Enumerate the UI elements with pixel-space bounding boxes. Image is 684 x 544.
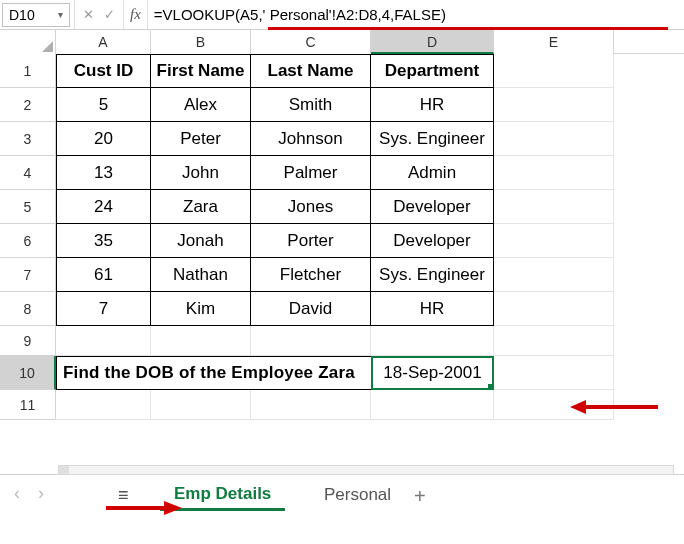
cell-D2[interactable]: HR xyxy=(371,88,494,122)
cell-A1[interactable]: Cust ID xyxy=(56,54,151,88)
cell-B9[interactable] xyxy=(151,326,251,356)
row-header-9[interactable]: 9 xyxy=(0,326,56,356)
svg-marker-1 xyxy=(570,400,586,414)
cell-C6[interactable]: Porter xyxy=(251,224,371,258)
cancel-icon[interactable]: ✕ xyxy=(83,7,94,22)
row-header-11[interactable]: 11 xyxy=(0,390,56,420)
row-3: 3 20 Peter Johnson Sys. Engineer xyxy=(0,122,684,156)
row-10: 10 Find the DOB of the Employee Zara 18-… xyxy=(0,356,684,390)
cell-C8[interactable]: David xyxy=(251,292,371,326)
sheet-nav-arrows: ‹ › xyxy=(14,483,44,504)
cell-A9[interactable] xyxy=(56,326,151,356)
cell-A7[interactable]: 61 xyxy=(56,258,151,292)
cell-D1[interactable]: Department xyxy=(371,54,494,88)
row-9: 9 xyxy=(0,326,684,356)
add-sheet-icon[interactable]: + xyxy=(414,485,426,508)
tab-personal[interactable]: Personal xyxy=(310,479,405,511)
cell-A6[interactable]: 35 xyxy=(56,224,151,258)
row-header-4[interactable]: 4 xyxy=(0,156,56,190)
spreadsheet-grid: A B C D E 1 Cust ID First Name Last Name… xyxy=(0,30,684,420)
row-4: 4 13 John Palmer Admin xyxy=(0,156,684,190)
cell-D7[interactable]: Sys. Engineer xyxy=(371,258,494,292)
annotation-arrow-result xyxy=(570,397,660,420)
annotation-arrow-tab xyxy=(104,498,184,521)
cell-A10[interactable]: Find the DOB of the Employee Zara xyxy=(56,356,371,390)
cell-C11[interactable] xyxy=(251,390,371,420)
cell-E4[interactable] xyxy=(494,156,614,190)
confirm-icon[interactable]: ✓ xyxy=(104,7,115,22)
col-header-C[interactable]: C xyxy=(251,30,371,54)
svg-marker-3 xyxy=(164,501,182,515)
cell-B4[interactable]: John xyxy=(151,156,251,190)
cell-E9[interactable] xyxy=(494,326,614,356)
cell-C4[interactable]: Palmer xyxy=(251,156,371,190)
cell-E10[interactable] xyxy=(494,356,614,390)
next-sheet-icon[interactable]: › xyxy=(38,483,44,504)
row-header-7[interactable]: 7 xyxy=(0,258,56,292)
cell-E6[interactable] xyxy=(494,224,614,258)
cell-E7[interactable] xyxy=(494,258,614,292)
cell-B3[interactable]: Peter xyxy=(151,122,251,156)
cell-D10[interactable]: 18-Sep-2001 xyxy=(371,356,494,390)
cell-E1[interactable] xyxy=(494,54,614,88)
cell-C3[interactable]: Johnson xyxy=(251,122,371,156)
row-2: 2 5 Alex Smith HR xyxy=(0,88,684,122)
row-header-1[interactable]: 1 xyxy=(0,54,56,88)
row-header-3[interactable]: 3 xyxy=(0,122,56,156)
cell-D3[interactable]: Sys. Engineer xyxy=(371,122,494,156)
cell-D11[interactable] xyxy=(371,390,494,420)
sheet-tabs-bar: ‹ › ≡ Emp Details Personal + xyxy=(0,474,684,514)
cell-B5[interactable]: Zara xyxy=(151,190,251,224)
cell-E2[interactable] xyxy=(494,88,614,122)
row-header-2[interactable]: 2 xyxy=(0,88,56,122)
cell-E8[interactable] xyxy=(494,292,614,326)
row-5: 5 24 Zara Jones Developer xyxy=(0,190,684,224)
cell-D8[interactable]: HR xyxy=(371,292,494,326)
scroll-left-icon[interactable] xyxy=(59,466,69,474)
row-header-6[interactable]: 6 xyxy=(0,224,56,258)
select-all-cell[interactable] xyxy=(0,30,56,54)
row-header-8[interactable]: 8 xyxy=(0,292,56,326)
cell-C2[interactable]: Smith xyxy=(251,88,371,122)
cell-C1[interactable]: Last Name xyxy=(251,54,371,88)
horizontal-scrollbar[interactable] xyxy=(58,465,674,475)
formula-input[interactable]: =VLOOKUP(A5,' Personal'!A2:D8,4,FALSE) xyxy=(147,0,684,29)
fx-icon[interactable]: fx xyxy=(123,0,147,29)
cell-C7[interactable]: Fletcher xyxy=(251,258,371,292)
row-header-10[interactable]: 10 xyxy=(0,356,56,390)
col-header-B[interactable]: B xyxy=(151,30,251,54)
col-header-E[interactable]: E xyxy=(494,30,614,54)
formula-bar-buttons: ✕ ✓ xyxy=(74,0,123,29)
row-1: 1 Cust ID First Name Last Name Departmen… xyxy=(0,54,684,88)
cell-D6[interactable]: Developer xyxy=(371,224,494,258)
col-header-A[interactable]: A xyxy=(56,30,151,54)
chevron-down-icon[interactable]: ▾ xyxy=(58,9,63,20)
cell-A8[interactable]: 7 xyxy=(56,292,151,326)
col-header-D[interactable]: D xyxy=(371,30,494,54)
name-box[interactable]: D10 ▾ xyxy=(2,3,70,27)
cell-B11[interactable] xyxy=(151,390,251,420)
cell-B2[interactable]: Alex xyxy=(151,88,251,122)
cell-A3[interactable]: 20 xyxy=(56,122,151,156)
cell-D4[interactable]: Admin xyxy=(371,156,494,190)
cell-A4[interactable]: 13 xyxy=(56,156,151,190)
cell-C5[interactable]: Jones xyxy=(251,190,371,224)
cell-C9[interactable] xyxy=(251,326,371,356)
row-8: 8 7 Kim David HR xyxy=(0,292,684,326)
cell-D9[interactable] xyxy=(371,326,494,356)
cell-E3[interactable] xyxy=(494,122,614,156)
row-7: 7 61 Nathan Fletcher Sys. Engineer xyxy=(0,258,684,292)
cell-D5[interactable]: Developer xyxy=(371,190,494,224)
cell-B8[interactable]: Kim xyxy=(151,292,251,326)
cell-A2[interactable]: 5 xyxy=(56,88,151,122)
cell-A11[interactable] xyxy=(56,390,151,420)
column-headers: A B C D E xyxy=(0,30,684,54)
row-header-5[interactable]: 5 xyxy=(0,190,56,224)
cell-B1[interactable]: First Name xyxy=(151,54,251,88)
cell-B7[interactable]: Nathan xyxy=(151,258,251,292)
cell-E5[interactable] xyxy=(494,190,614,224)
prev-sheet-icon[interactable]: ‹ xyxy=(14,483,20,504)
name-box-value: D10 xyxy=(9,7,35,23)
cell-A5[interactable]: 24 xyxy=(56,190,151,224)
cell-B6[interactable]: Jonah xyxy=(151,224,251,258)
